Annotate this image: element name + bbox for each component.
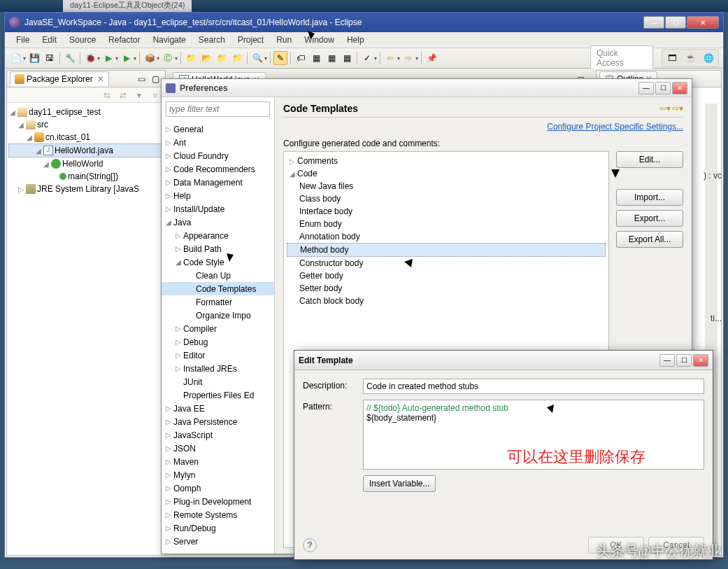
folder4-icon[interactable]: 📁 (230, 51, 244, 65)
comments-node[interactable]: ▷Comments (287, 155, 606, 167)
template-item[interactable]: Enum body (287, 218, 606, 230)
pref-tree-item[interactable]: ▷Editor (162, 349, 274, 362)
pref-tree-item[interactable]: ▷Ant (162, 136, 274, 149)
src-node[interactable]: ◢src (8, 118, 164, 131)
new-pkg-icon[interactable]: 📦 (143, 51, 157, 65)
panel3-icon[interactable]: ▦ (340, 51, 354, 65)
pref-tree-item[interactable]: ▷Plug-in Development (162, 495, 274, 508)
preferences-tree[interactable]: ▷General▷Ant▷Cloud Foundry▷Code Recommen… (162, 121, 274, 554)
menu-edit[interactable]: Edit (36, 33, 62, 47)
pref-tree-item[interactable]: Clean Up (162, 269, 274, 282)
pref-tree-item[interactable]: ▷Data Management (162, 176, 274, 189)
jee-perspective-icon[interactable]: 🌐 (701, 51, 715, 65)
edit-maximize-button[interactable]: ☐ (676, 354, 692, 367)
ext-run-icon[interactable]: ▶ (120, 51, 134, 65)
pref-tree-item[interactable]: JUnit (162, 375, 274, 388)
pref-tree-item[interactable]: ▷Install/Update (162, 202, 274, 216)
pref-tree-item[interactable]: ▷Java EE (162, 402, 274, 415)
perspective-open-icon[interactable]: 🗖 (665, 51, 679, 65)
browser-tab[interactable]: day11-Eclipse工具及Object类(24) (63, 0, 192, 12)
java-perspective-icon[interactable]: ☕ (683, 51, 697, 65)
save-icon[interactable]: 💾 (27, 51, 41, 65)
edit-close-button[interactable]: ✕ (693, 354, 708, 367)
menu-run[interactable]: Run (271, 33, 297, 47)
close-tab-icon[interactable]: ✕ (97, 74, 104, 84)
filter-input[interactable] (166, 101, 270, 117)
class-node[interactable]: ◢HelloWorld (8, 157, 164, 170)
pref-tree-item[interactable]: Code Templates (162, 282, 274, 295)
menu-help[interactable]: Help (341, 33, 370, 47)
menu-source[interactable]: Source (64, 33, 101, 47)
pref-tree-item[interactable]: ▷Build Path (162, 242, 274, 255)
pref-tree-item[interactable]: ▷General (162, 122, 274, 136)
back-icon[interactable]: ⇦ (383, 51, 397, 65)
view-menu-icon[interactable]: ▿ (148, 88, 162, 102)
template-item[interactable]: Method body (287, 243, 606, 257)
template-item[interactable]: Interface body (287, 205, 606, 218)
minimize-view-icon[interactable]: ▭ (134, 72, 148, 86)
tag-icon[interactable]: 🏷 (294, 51, 308, 65)
new-class-icon[interactable]: Ⓒ (161, 51, 175, 65)
maximize-button[interactable]: ☐ (665, 16, 686, 29)
pref-tree-item[interactable]: ▷Code Recommenders (162, 162, 274, 176)
pref-tree-item[interactable]: ▷Maven (162, 455, 274, 468)
preferences-titlebar[interactable]: Preferences — ☐ ✕ (162, 79, 692, 97)
nav-fwd-icon[interactable]: ⇨▾ (672, 104, 683, 113)
menu-navigate[interactable]: Navigate (147, 33, 191, 47)
method-node[interactable]: main(String[]) (8, 170, 164, 183)
insert-variable-button[interactable]: Insert Variable... (363, 475, 436, 492)
edit-button[interactable]: Edit... (616, 151, 683, 168)
pref-tree-item[interactable]: ▷Appearance (162, 229, 274, 242)
folder2-icon[interactable]: 📂 (199, 51, 213, 65)
pref-tree-item[interactable]: ▷Cloud Foundry (162, 149, 274, 162)
template-item[interactable]: Constructor body (287, 257, 606, 269)
menu-file[interactable]: File (10, 33, 35, 47)
template-item[interactable]: Annotation body (287, 230, 606, 243)
nav-back-icon[interactable]: ⇦▾ (659, 104, 671, 113)
save-all-icon[interactable]: 🖫 (43, 51, 57, 65)
minimize-button[interactable]: — (643, 16, 664, 29)
pref-tree-item[interactable]: ▷JSON (162, 442, 274, 455)
maximize-view-icon[interactable]: ▢ (148, 72, 162, 86)
template-item[interactable]: Setter body (287, 282, 606, 295)
pref-tree-item[interactable]: Organize Impo (162, 309, 274, 322)
tree-toggle-icon[interactable]: ▾ (132, 88, 146, 102)
package-explorer-tab[interactable]: Package Explorer ✕ (10, 71, 109, 86)
template-item[interactable]: Catch block body (287, 295, 606, 307)
menu-window[interactable]: Window (299, 33, 340, 47)
panel2-icon[interactable]: ▦ (324, 51, 338, 65)
code-node[interactable]: ◢Code (287, 167, 606, 180)
menu-search[interactable]: Search (193, 33, 231, 47)
pin-icon[interactable]: 📌 (424, 51, 438, 65)
pref-tree-item[interactable]: ▷Compiler (162, 322, 274, 335)
dialog-maximize-button[interactable]: ☐ (655, 82, 671, 94)
edit-template-titlebar[interactable]: Edit Template — ☐ ✕ (294, 351, 713, 370)
run-icon[interactable]: ▶ (101, 51, 115, 65)
folder1-icon[interactable]: 📁 (184, 51, 198, 65)
new-icon[interactable]: 📄 (9, 51, 23, 65)
template-item[interactable]: Getter body (287, 269, 606, 282)
pref-tree-item[interactable]: ▷Installed JREs (162, 362, 274, 375)
package-node[interactable]: ◢cn.itcast_01 (8, 131, 164, 143)
task-icon[interactable]: ✓ (360, 51, 374, 65)
folder3-icon[interactable]: 📁 (215, 51, 229, 65)
close-button[interactable]: ✕ (687, 16, 719, 29)
search-icon[interactable]: 🔍 (250, 51, 264, 65)
pref-tree-item[interactable]: ▷Server (162, 535, 274, 548)
jre-lib-node[interactable]: ▷JRE System Library [JavaS (8, 183, 164, 195)
pref-tree-item[interactable]: ▷Debug (162, 335, 274, 349)
pref-tree-item[interactable]: ▷Java Persistence (162, 415, 274, 428)
export-all-button[interactable]: Export All... (616, 231, 683, 248)
tool-icon[interactable]: 🔧 (63, 51, 77, 65)
edit-minimize-button[interactable]: — (659, 354, 675, 367)
pref-tree-item[interactable]: ▷Oomph (162, 482, 274, 495)
pref-tree-item[interactable]: ▷Help (162, 189, 274, 202)
template-item[interactable]: New Java files (287, 180, 606, 192)
menu-refactor[interactable]: Refactor (103, 33, 145, 47)
dialog-close-button[interactable]: ✕ (672, 82, 687, 94)
forward-icon[interactable]: ⇨ (401, 51, 415, 65)
quick-access[interactable]: Quick Access (590, 45, 653, 71)
java-file-node[interactable]: ◢JHelloWorld.java (8, 143, 164, 157)
project-node[interactable]: ◢day11_eclipse_test (8, 106, 164, 118)
collapse-all-icon[interactable]: ⇆ (100, 88, 114, 102)
